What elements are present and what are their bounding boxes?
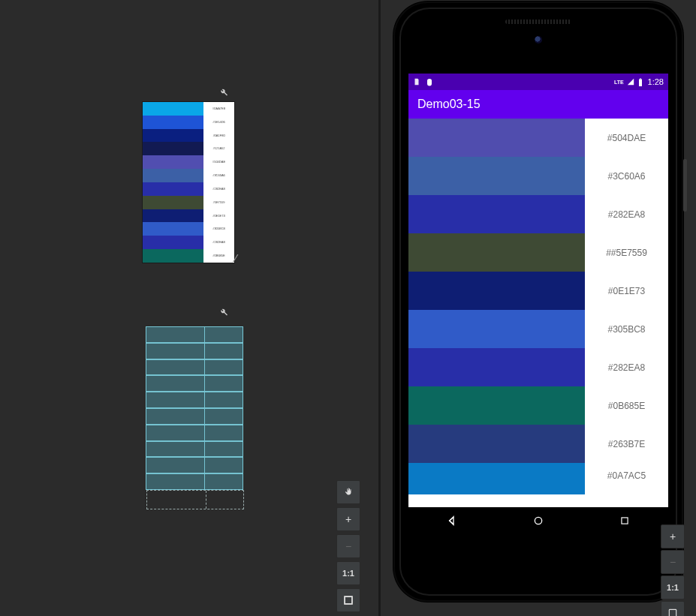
color-swatch: [408, 157, 585, 195]
zoom-fit-button[interactable]: [336, 588, 360, 612]
list-item[interactable]: #3C60A6: [408, 157, 668, 195]
preview-swatch: [143, 209, 203, 223]
color-list[interactable]: #504DAE#3C60A6#282EA8##5E7559#0E1E73#305…: [408, 119, 668, 507]
back-icon[interactable]: [445, 514, 459, 527]
preview-swatch: [143, 102, 203, 116]
list-item[interactable]: #504DAE: [408, 119, 668, 157]
svg-rect-7: [622, 518, 628, 524]
color-swatch: [408, 310, 585, 348]
color-swatch: [408, 272, 585, 310]
blueprint-row: [146, 359, 243, 376]
preview-swatch: [143, 142, 203, 155]
front-camera: [535, 36, 542, 44]
list-item[interactable]: #263B7E: [408, 425, 668, 463]
zoom-reset-button[interactable]: 1:1: [336, 561, 360, 585]
preview-swatch: [143, 169, 203, 182]
device-frame: LTE 1:28 Demo03-15 #504DAE#3C60A6#282EA8…: [393, 2, 683, 602]
preview-zoom-toolbar: + − 1:1: [336, 480, 362, 612]
preview-label: #504DAE: [203, 155, 234, 169]
list-item[interactable]: #0A7AC5: [408, 463, 668, 494]
design-preview[interactable]: #0AA7E8#1E54D6#0A1F80#121A52#504DAE#3C60…: [143, 102, 234, 263]
preview-swatch: [143, 155, 203, 169]
preview-swatch: [143, 129, 203, 143]
preview-label: #0A1F80: [203, 129, 234, 143]
preview-label: #0B685E: [203, 249, 234, 263]
blueprint-row: [146, 408, 243, 425]
preview-label-column: #0AA7E8#1E54D6#0A1F80#121A52#504DAE#3C60…: [203, 102, 234, 263]
device-screen[interactable]: LTE 1:28 Demo03-15 #504DAE#3C60A6#282EA8…: [408, 74, 668, 534]
preview-swatch: [143, 236, 203, 249]
svg-rect-8: [669, 609, 676, 616]
color-label: #504DAE: [585, 119, 668, 157]
preview-label: #282EA8: [203, 236, 234, 249]
list-item[interactable]: #0B685E: [408, 386, 668, 425]
emulator-zoom-toolbar: + − 1:1: [661, 524, 686, 616]
app-title: Demo03-15: [417, 98, 481, 111]
list-item[interactable]: #282EA8: [408, 195, 668, 233]
blueprint-row: [146, 375, 243, 392]
zoom-in-button[interactable]: +: [661, 524, 685, 548]
signal-icon: [627, 78, 634, 86]
svg-rect-5: [640, 79, 641, 80]
sim-icon: [413, 78, 420, 86]
color-label: #305BC8: [585, 310, 668, 348]
zoom-in-button[interactable]: +: [336, 507, 360, 531]
pane-divider[interactable]: [378, 0, 381, 616]
blueprint-preview[interactable]: [146, 326, 243, 509]
svg-rect-1: [345, 596, 351, 603]
zoom-out-button[interactable]: −: [661, 550, 685, 574]
recents-icon[interactable]: [618, 514, 631, 527]
blueprint-body: [146, 326, 243, 490]
color-label: #0B685E: [585, 386, 668, 425]
status-bar: LTE 1:28: [408, 74, 668, 90]
blueprint-row: [146, 343, 243, 359]
color-swatch: [408, 425, 585, 463]
color-label: #263B7E: [585, 425, 668, 463]
color-label: #0E1E73: [585, 272, 668, 310]
preview-swatch: [143, 249, 203, 263]
zoom-reset-button[interactable]: 1:1: [661, 575, 685, 599]
blueprint-placeholder-row: [146, 490, 244, 509]
clock: 1:28: [648, 77, 664, 86]
blueprint-row: [146, 425, 243, 441]
navigation-bar: [408, 507, 668, 534]
blueprint-row: [146, 326, 243, 343]
wrench-icon[interactable]: [218, 88, 229, 99]
list-item[interactable]: ##5E7559: [408, 233, 668, 272]
home-icon[interactable]: [532, 514, 545, 527]
color-swatch: [408, 348, 585, 386]
list-item[interactable]: #305BC8: [408, 310, 668, 348]
resize-handle-icon[interactable]: ⁄⁄: [235, 252, 236, 264]
list-item[interactable]: #282EA8: [408, 348, 668, 386]
speaker-grille: [505, 20, 571, 24]
preview-label: #0AA7E8: [203, 102, 234, 116]
color-label: #0A7AC5: [585, 463, 668, 494]
preview-swatch: [143, 182, 203, 196]
list-item[interactable]: #0E1E73: [408, 272, 668, 310]
color-swatch: [408, 386, 585, 425]
android-debug-icon: [425, 78, 432, 86]
preview-label: #0E1E73: [203, 209, 234, 223]
preview-color-column: [143, 102, 203, 263]
svg-rect-4: [639, 80, 642, 87]
color-swatch: [408, 195, 585, 233]
preview-swatch: [143, 196, 203, 209]
blueprint-row: [146, 392, 243, 408]
preview-label: #5E7559: [203, 196, 234, 209]
color-label: ##5E7559: [585, 233, 668, 272]
pan-button[interactable]: [336, 480, 360, 504]
color-label: #282EA8: [585, 348, 668, 386]
color-label: #282EA8: [585, 195, 668, 233]
wrench-icon[interactable]: [218, 308, 229, 319]
emulator-pane: LTE 1:28 Demo03-15 #504DAE#3C60A6#282EA8…: [381, 0, 696, 616]
zoom-out-button[interactable]: −: [336, 534, 360, 558]
color-swatch: [408, 233, 585, 272]
workspace: #0AA7E8#1E54D6#0A1F80#121A52#504DAE#3C60…: [0, 0, 696, 616]
zoom-fit-button[interactable]: [661, 601, 685, 616]
network-label: LTE: [614, 80, 624, 85]
app-bar: Demo03-15: [408, 90, 668, 119]
color-label: #3C60A6: [585, 157, 668, 195]
preview-label: #121A52: [203, 142, 234, 155]
blueprint-row: [146, 457, 243, 473]
svg-point-6: [535, 517, 541, 524]
